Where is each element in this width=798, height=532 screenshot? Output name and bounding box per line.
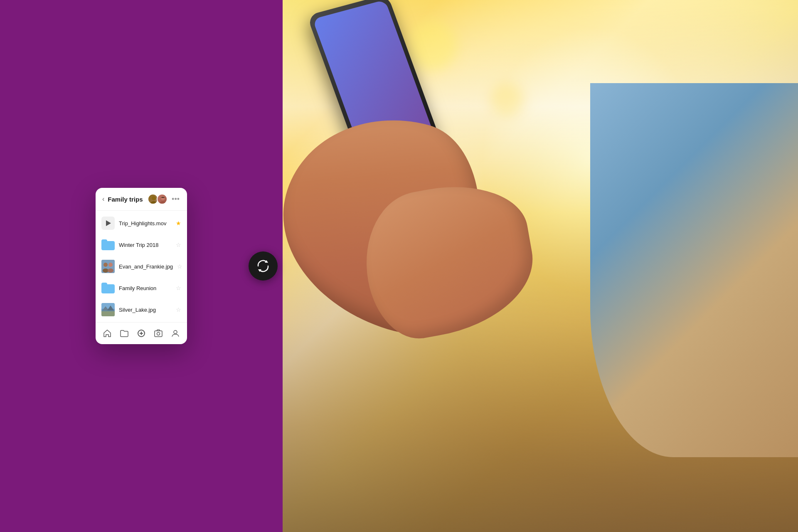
svg-point-0 [152, 196, 156, 200]
photo-thumbnail-icon [101, 303, 115, 316]
right-panel [283, 0, 798, 532]
folder-icon [101, 238, 115, 251]
add-button[interactable] [135, 328, 147, 339]
card-header: ‹ Family trips ••• [96, 188, 187, 211]
avatars-group [148, 194, 167, 204]
card-toolbar [96, 322, 187, 344]
svg-point-6 [108, 263, 113, 267]
star-empty-icon[interactable]: ☆ [176, 241, 181, 248]
star-empty-icon[interactable]: ☆ [176, 306, 181, 313]
home-button[interactable] [101, 328, 113, 339]
star-empty-icon[interactable]: ☆ [176, 285, 181, 291]
list-item[interactable]: Silver_Lake.jpg ☆ [96, 299, 187, 320]
file-name: Family Reunion [119, 285, 172, 291]
svg-point-5 [103, 263, 108, 267]
svg-point-1 [150, 201, 157, 204]
star-filled-icon[interactable]: ★ [176, 220, 181, 227]
file-list: Trip_Highlights.mov ★ Winter Trip 2018 ☆ [96, 211, 187, 322]
folder-icon [101, 281, 115, 295]
sync-button[interactable] [249, 251, 278, 281]
svg-rect-10 [101, 310, 115, 316]
svg-point-3 [160, 201, 166, 204]
app-card: ‹ Family trips ••• [96, 188, 187, 344]
list-item[interactable]: Evan_and_Frankie.jpg ☆ [96, 256, 187, 277]
file-name: Trip_Highlights.mov [119, 220, 172, 227]
left-panel: ‹ Family trips ••• [0, 0, 283, 532]
file-name: Evan_and_Frankie.jpg [119, 264, 173, 270]
avatar-female [157, 194, 167, 204]
folder-button[interactable] [118, 328, 130, 339]
photo-thumbnail-icon [101, 260, 115, 273]
file-name: Silver_Lake.jpg [119, 307, 172, 313]
list-item[interactable]: Winter Trip 2018 ☆ [96, 234, 187, 256]
more-options-button[interactable]: ••• [171, 195, 180, 204]
list-item[interactable]: Family Reunion ☆ [96, 277, 187, 299]
svg-point-7 [103, 268, 108, 273]
svg-point-8 [108, 268, 113, 273]
star-empty-icon[interactable]: ☆ [177, 263, 182, 270]
svg-point-19 [174, 330, 177, 334]
list-item[interactable]: Trip_Highlights.mov ★ [96, 212, 187, 234]
video-icon [101, 217, 115, 230]
card-title: Family trips [108, 196, 144, 203]
back-button[interactable]: ‹ [102, 195, 104, 203]
photo-button[interactable] [153, 328, 164, 339]
clothing-background [590, 83, 798, 457]
svg-rect-17 [155, 331, 162, 337]
file-name: Winter Trip 2018 [119, 242, 172, 248]
user-button[interactable] [170, 328, 181, 339]
svg-point-18 [157, 332, 160, 335]
